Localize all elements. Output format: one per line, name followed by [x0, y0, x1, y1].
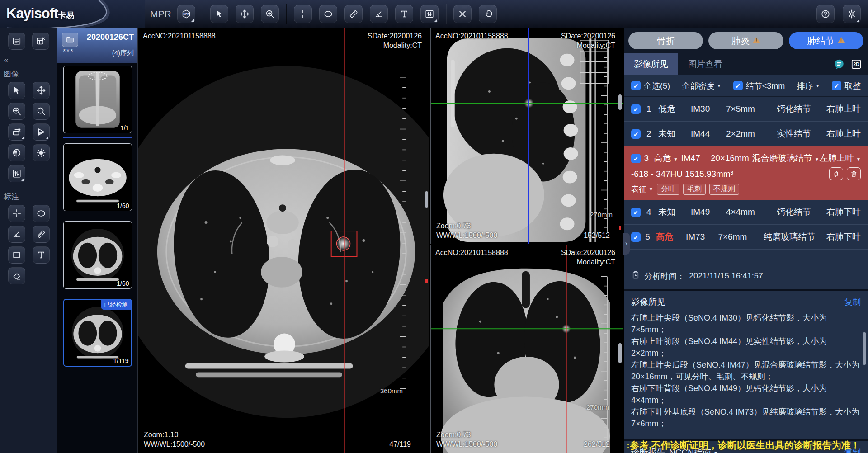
nodule-row-selected[interactable]: ✓3高危 ▼IM4720×16mm混合磨玻璃结节 ▼左肺上叶 ▼-618 - 3… — [624, 146, 868, 200]
findings-scrollbar-handle[interactable] — [863, 332, 866, 365]
sagittal-slice-number: 152/512 — [584, 231, 610, 240]
annotate-ellipse-button[interactable] — [33, 205, 50, 222]
copy-findings-button[interactable]: 复制 — [844, 297, 861, 307]
annotate-angle-button[interactable] — [8, 226, 25, 243]
round-label: 取整 — [844, 80, 861, 91]
image-pan-button[interactable] — [33, 82, 50, 99]
nodule-size: 2×2mm — [726, 129, 776, 139]
annotate-text-button[interactable] — [33, 246, 50, 264]
sidebar-section-title: 图像 — [4, 69, 57, 79]
ai-module-1-button[interactable]: 骨折 — [628, 32, 703, 49]
annotate-crosshair-button[interactable] — [8, 205, 25, 222]
nodule-location: 右肺下叶 — [811, 206, 861, 218]
analysis-panel: 骨折肺炎!肺结节! 影像所见 图片查看 2D ✓全选(5) 全部密度▼ ✓结节<… — [624, 28, 868, 453]
nodule-row[interactable]: ✓5高危IM737×6mm纯磨玻璃结节右肺下叶 — [624, 225, 868, 250]
axial-scrollbar[interactable] — [424, 28, 428, 453]
nodule-row[interactable]: ✓1低危IM307×5mm钙化结节右肺上叶 — [624, 97, 868, 122]
mpr-layout-button[interactable]: MPR — [177, 5, 195, 23]
close-layout-button[interactable] — [32, 33, 49, 50]
ai-module-3-button[interactable]: 肺结节! — [789, 32, 863, 49]
axial-scrollbar-handle[interactable] — [425, 191, 428, 208]
image-window-level-button[interactable] — [8, 165, 25, 182]
2d-view-icon[interactable]: 2D — [850, 58, 863, 71]
findings-text: 右肺上叶尖段（SeNO.4 IM30）见钙化结节影，大小为7×5mm；右肺上叶前… — [631, 312, 861, 429]
nodule-checkbox[interactable]: ✓ — [631, 104, 641, 114]
sidebar-divider — [4, 188, 54, 188]
delete-annotation-button[interactable] — [453, 5, 472, 23]
select-all-control[interactable]: ✓全选(5) — [631, 80, 670, 91]
coronal-scrollbar-handle[interactable] — [618, 343, 622, 363]
crosshair-tool-button[interactable] — [294, 5, 312, 23]
sagittal-scrollbar-handle[interactable] — [618, 94, 622, 110]
image-brightness-button[interactable] — [33, 144, 50, 161]
round-checkbox[interactable]: ✓ — [832, 81, 841, 90]
nodule-size: 4×4mm — [726, 207, 776, 217]
sagittal-viewport[interactable]: AccNO:202101158888 SDate:20200126Modalit… — [430, 28, 623, 244]
round-control[interactable]: ✓取整 — [832, 80, 861, 91]
nodule-image-number: IM30 — [691, 104, 726, 114]
coronal-scale-label: 270mm — [586, 403, 609, 411]
reset-button[interactable] — [479, 5, 497, 23]
axial-zoom-wwwl: Zoom:1.10WW/WL:1500/-500 — [144, 430, 205, 449]
feature-chip[interactable]: 分叶 — [657, 184, 679, 195]
feature-dropdown[interactable]: 表征 ▼ — [631, 184, 653, 194]
sagittal-scrollbar[interactable] — [618, 28, 622, 244]
nodule-row[interactable]: ✓2未知IM442×2mm实性结节右肺上叶 — [624, 122, 868, 146]
ai-module-2-button[interactable]: 肺炎! — [708, 32, 783, 49]
follow-up-compare-button[interactable] — [829, 167, 843, 180]
feature-chip[interactable]: 毛刺 — [683, 184, 706, 195]
collapse-sidebar-button[interactable]: « — [4, 55, 13, 65]
density-filter-dropdown[interactable]: 全部密度▼ — [682, 80, 721, 91]
tab-findings[interactable]: 影像所见 — [624, 53, 678, 75]
nodule-location[interactable]: 左肺上叶 ▼ — [819, 152, 861, 164]
window-level-button[interactable] — [420, 5, 439, 23]
image-pointer-button[interactable] — [8, 82, 25, 99]
nodule-checkbox[interactable]: ✓ — [631, 208, 641, 217]
zoom-in-tool-button[interactable] — [261, 5, 279, 23]
delete-nodule-button[interactable] — [847, 167, 861, 180]
sagittal-accno: AccNO:202101158888 — [435, 31, 508, 41]
coronal-ct-image[interactable] — [431, 245, 623, 453]
select-all-checkbox[interactable]: ✓ — [631, 81, 641, 90]
sort-dropdown[interactable]: 排序▼ — [797, 80, 820, 91]
nodule-checkbox[interactable]: ✓ — [631, 129, 641, 139]
nodule-checkbox[interactable]: ✓ — [631, 154, 641, 163]
feature-chip[interactable]: 不规则 — [709, 184, 739, 195]
image-zoom-in-button[interactable] — [8, 103, 25, 120]
ruler-tool-button[interactable] — [344, 5, 363, 23]
open-study-button[interactable] — [62, 33, 78, 47]
nodule-risk[interactable]: 高危 ▼ — [654, 152, 681, 164]
image-magnify-button[interactable] — [33, 103, 50, 120]
coronal-viewport[interactable]: AccNO:202101158888 SDate:20200126Modalit… — [430, 245, 623, 453]
sagittal-study-info: SDate:20200126Modality:CT — [561, 31, 615, 50]
settings-button[interactable] — [843, 5, 861, 23]
report-bubble-icon[interactable] — [833, 58, 845, 71]
image-flip-button[interactable] — [33, 123, 50, 141]
image-invert-button[interactable] — [8, 144, 25, 161]
panel-collapse-handle[interactable]: › — [623, 233, 630, 255]
image-rotate-button[interactable] — [8, 123, 25, 141]
text-tool-button[interactable] — [395, 5, 413, 23]
nodule-checkbox[interactable]: ✓ — [631, 232, 641, 242]
annotate-ruler-button[interactable] — [33, 226, 50, 243]
annotate-rect-button[interactable] — [8, 246, 25, 264]
small-nodule-checkbox[interactable]: ✓ — [733, 81, 743, 90]
pan-tool-button[interactable] — [236, 5, 254, 23]
series-list-button[interactable] — [8, 33, 25, 50]
coronal-scrollbar[interactable] — [618, 245, 622, 453]
angle-tool-button[interactable] — [370, 5, 388, 23]
nodule-size: 7×5mm — [726, 104, 776, 114]
tab-image-view[interactable]: 图片查看 — [678, 53, 732, 75]
nodule-row[interactable]: ✓4未知IM494×4mm钙化结节右肺下叶 — [624, 200, 868, 225]
thumbnail-series-1[interactable]: 1/1 — [63, 66, 132, 133]
pointer-tool-button[interactable] — [210, 5, 228, 23]
ellipse-tool-button[interactable] — [319, 5, 337, 23]
thumbnail-series-4[interactable]: 已经检测1/119 — [63, 299, 132, 367]
help-button[interactable] — [816, 5, 835, 23]
small-nodule-control[interactable]: ✓结节<3mm — [733, 80, 785, 91]
annotate-eraser-button[interactable] — [8, 267, 25, 284]
thumbnail-series-3[interactable]: 1/60 — [63, 221, 132, 289]
nodule-type[interactable]: 混合磨玻璃结节 ▼ — [752, 152, 819, 164]
thumbnail-series-2[interactable]: 1/60 — [63, 143, 132, 211]
axial-viewport[interactable]: AccNO:202101158888 SDate:20200126Modalit… — [138, 28, 429, 453]
